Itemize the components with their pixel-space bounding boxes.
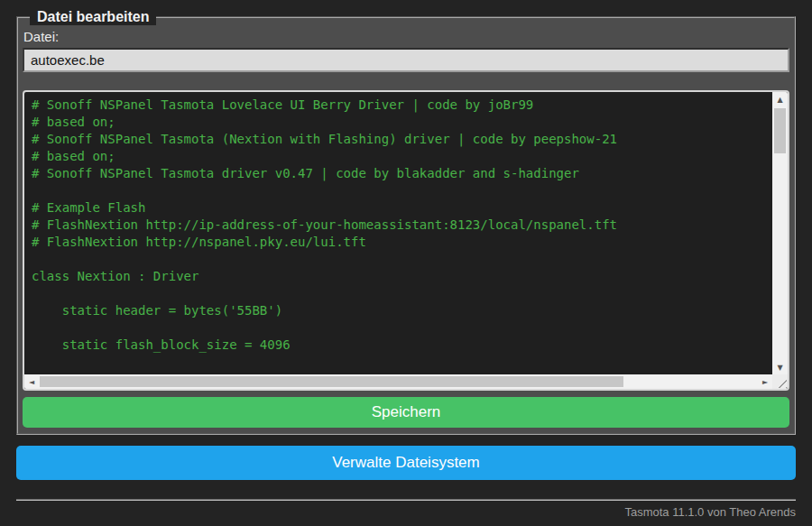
code-line bbox=[32, 182, 772, 199]
file-name-input[interactable] bbox=[23, 48, 789, 72]
code-line: # based on; bbox=[32, 148, 772, 165]
code-line: static flash_block_size = 4096 bbox=[32, 337, 772, 354]
code-line: # Sonoff NSPanel Tasmota Lovelace UI Ber… bbox=[32, 97, 772, 114]
code-line: static header = bytes('55BB') bbox=[32, 302, 772, 319]
scroll-right-icon: ► bbox=[762, 378, 768, 386]
horizontal-scrollbar[interactable]: ◄ ► bbox=[24, 374, 772, 389]
code-content[interactable]: # Sonoff NSPanel Tasmota Lovelace UI Ber… bbox=[24, 92, 772, 374]
scroll-up-button[interactable]: ▲ bbox=[772, 92, 788, 106]
code-line bbox=[32, 251, 772, 268]
manage-filesystem-button[interactable]: Verwalte Dateisystem bbox=[16, 446, 796, 480]
code-line: # FlashNextion http://nspanel.pky.eu/lui… bbox=[32, 234, 772, 251]
vertical-scrollbar[interactable]: ▲ ▼ bbox=[772, 92, 788, 374]
scroll-left-button[interactable]: ◄ bbox=[24, 374, 39, 389]
edit-file-fieldset: Datei bearbeiten Datei: # Sonoff NSPanel… bbox=[16, 9, 796, 435]
scroll-down-button[interactable]: ▼ bbox=[772, 360, 788, 374]
scroll-right-button[interactable]: ► bbox=[758, 374, 772, 389]
version-text: Tasmota 11.1.0 von Theo Arends bbox=[16, 505, 796, 519]
code-line: # FlashNextion http://ip-address-of-your… bbox=[32, 217, 772, 234]
scroll-down-icon: ▼ bbox=[777, 364, 782, 372]
footer: Tasmota 11.1.0 von Theo Arends bbox=[16, 499, 796, 519]
code-line: # Sonoff NSPanel Tasmota (Nextion with F… bbox=[32, 131, 772, 148]
code-line: # Example Flash bbox=[32, 199, 772, 217]
edit-file-legend: Datei bearbeiten bbox=[30, 9, 156, 25]
code-line: class Nextion : Driver bbox=[32, 268, 772, 285]
code-line: # Sonoff NSPanel Tasmota driver v0.47 | … bbox=[32, 165, 772, 182]
scrollbar-corner bbox=[772, 374, 788, 389]
code-line: # based on; bbox=[32, 114, 772, 131]
resize-grip-icon[interactable] bbox=[775, 376, 787, 388]
file-name-label: Datei: bbox=[23, 29, 789, 44]
page: Datei bearbeiten Datei: # Sonoff NSPanel… bbox=[0, 0, 812, 519]
scroll-left-icon: ◄ bbox=[29, 378, 34, 386]
vertical-scroll-thumb[interactable] bbox=[774, 108, 786, 153]
scroll-up-icon: ▲ bbox=[777, 96, 782, 104]
code-line bbox=[32, 319, 772, 337]
save-button[interactable]: Speichern bbox=[23, 397, 789, 428]
horizontal-scroll-thumb[interactable] bbox=[40, 376, 623, 387]
code-editor[interactable]: # Sonoff NSPanel Tasmota Lovelace UI Ber… bbox=[23, 90, 789, 391]
code-line bbox=[32, 285, 772, 302]
footer-divider bbox=[16, 499, 796, 501]
